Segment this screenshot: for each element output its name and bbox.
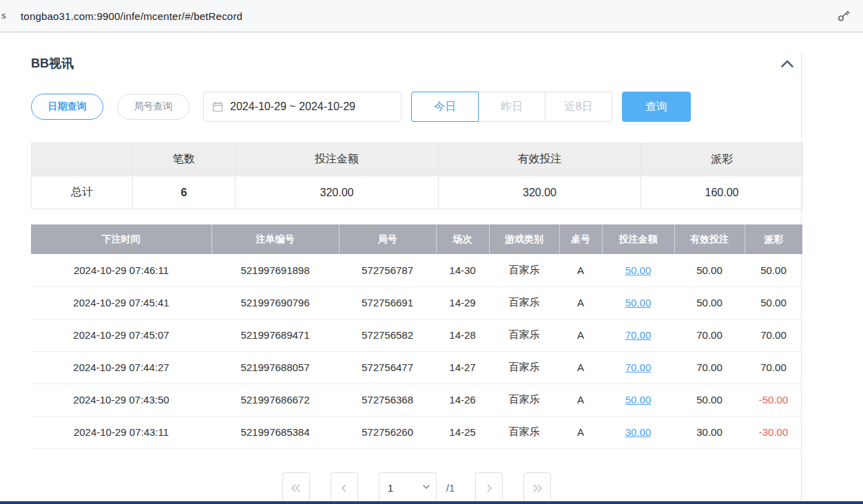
cell-table: A — [559, 319, 602, 351]
cell-session: 14-30 — [436, 254, 489, 286]
table-row: 2024-10-29 07:43:11521997685384572756260… — [31, 416, 802, 448]
cell-bet: 70.00 — [602, 319, 674, 351]
cell-round: 572756477 — [339, 351, 436, 384]
summary-total-bet-amount: 320.00 — [236, 176, 439, 209]
last-8-days-button[interactable]: 近8日 — [545, 92, 612, 122]
search-button[interactable]: 查询 — [622, 92, 691, 122]
pagination: 1 /1 — [31, 472, 802, 504]
cell-game: 百家乐 — [489, 416, 559, 448]
header-game-type: 游戏类别 — [489, 224, 559, 254]
cell-valid: 50.00 — [674, 286, 745, 319]
prev-page-button[interactable] — [331, 472, 358, 504]
header-payout: 派彩 — [745, 224, 802, 254]
date-range-value: 2024-10-29 ~ 2024-10-29 — [230, 101, 355, 113]
summary-table: 笔数 投注金额 有效投注 派彩 总计 6 320.00 320.00 160.0… — [31, 143, 803, 209]
bet-amount-link[interactable]: 50.00 — [625, 264, 652, 276]
summary-header-row: 笔数 投注金额 有效投注 派彩 — [32, 143, 803, 176]
page-title: BB视讯 — [31, 55, 74, 72]
date-query-tab[interactable]: 日期查询 — [31, 94, 103, 120]
url-text[interactable]: tongbao31.com:9900/infe/mcenter/#/betRec… — [21, 10, 242, 22]
collapse-chevron-up-icon[interactable] — [780, 59, 794, 68]
bet-amount-link[interactable]: 50.00 — [625, 297, 652, 308]
cell-bet: 50.00 — [602, 254, 674, 286]
cell-round: 572756787 — [339, 254, 436, 286]
cell-valid: 50.00 — [674, 254, 745, 286]
table-row: 2024-10-29 07:43:50521997686672572756368… — [31, 384, 802, 416]
cell-session: 14-29 — [436, 286, 489, 319]
summary-total-label: 总计 — [32, 176, 133, 209]
cell-table: A — [559, 254, 602, 286]
cell-round: 572756260 — [339, 416, 436, 448]
cell-order: 521997691898 — [211, 254, 339, 286]
summary-header-valid-bet: 有效投注 — [439, 143, 641, 176]
bet-table-body: 2024-10-29 07:46:11521997691898572756787… — [31, 254, 802, 448]
today-button[interactable]: 今日 — [411, 92, 479, 122]
cell-payout: 50.00 — [745, 254, 802, 286]
table-row: 2024-10-29 07:44:27521997688057572756477… — [31, 351, 802, 384]
window-edge-fragment: s — [1, 10, 6, 21]
cell-time: 2024-10-29 07:46:11 — [31, 254, 211, 286]
password-key-icon[interactable] — [837, 9, 852, 23]
summary-total-payout: 160.00 — [641, 176, 803, 209]
cell-order: 521997688057 — [211, 351, 339, 384]
quick-date-group: 今日 昨日 近8日 — [411, 92, 612, 122]
summary-total-count: 6 — [133, 176, 236, 209]
cell-order: 521997686672 — [211, 384, 339, 416]
cell-table: A — [559, 416, 602, 448]
cell-bet: 50.00 — [602, 384, 674, 416]
header-bet-time: 下注时间 — [31, 224, 211, 254]
next-page-button[interactable] — [475, 472, 503, 504]
cell-game: 百家乐 — [489, 286, 559, 319]
table-row: 2024-10-29 07:45:41521997690796572756691… — [31, 286, 802, 319]
last-page-button[interactable] — [523, 472, 551, 504]
cell-session: 14-25 — [436, 416, 489, 448]
yesterday-button[interactable]: 昨日 — [478, 92, 545, 122]
cell-round: 572756691 — [339, 286, 436, 319]
cell-time: 2024-10-29 07:43:50 — [31, 384, 211, 416]
header-round-number: 局号 — [339, 224, 436, 254]
table-header-row: 下注时间 注单编号 局号 场次 游戏类别 桌号 投注金额 有效投注 派彩 — [31, 224, 802, 254]
cell-time: 2024-10-29 07:44:27 — [31, 351, 211, 384]
cell-game: 百家乐 — [489, 254, 559, 286]
date-range-input[interactable]: 2024-10-29 ~ 2024-10-29 — [203, 92, 402, 122]
cell-payout: 50.00 — [745, 286, 802, 319]
cell-table: A — [559, 351, 602, 384]
cell-time: 2024-10-29 07:43:11 — [31, 416, 211, 448]
bet-amount-link[interactable]: 70.00 — [625, 329, 652, 341]
table-row: 2024-10-29 07:45:07521997689471572756582… — [31, 319, 802, 351]
calendar-icon — [212, 101, 223, 112]
cell-bet: 50.00 — [602, 286, 674, 319]
cell-valid: 30.00 — [674, 416, 745, 448]
summary-total-row: 总计 6 320.00 320.00 160.00 — [32, 176, 803, 209]
bet-record-table: 下注时间 注单编号 局号 场次 游戏类别 桌号 投注金额 有效投注 派彩 202… — [31, 224, 802, 449]
cell-time: 2024-10-29 07:45:07 — [31, 319, 211, 351]
cell-game: 百家乐 — [489, 384, 559, 416]
header-valid-bet: 有效投注 — [674, 224, 745, 254]
round-query-tab[interactable]: 局号查询 — [117, 94, 189, 120]
page-select[interactable]: 1 — [379, 472, 437, 504]
page-select-wrap: 1 — [379, 472, 437, 504]
panel-header: BB视讯 — [31, 53, 802, 74]
header-order-number: 注单编号 — [211, 224, 339, 254]
table-row: 2024-10-29 07:46:11521997691898572756787… — [31, 254, 802, 286]
cell-payout: 70.00 — [745, 351, 802, 384]
filter-row: 日期查询 局号查询 2024-10-29 ~ 2024-10-29 今日 昨日 … — [31, 92, 802, 122]
cell-bet: 70.00 — [602, 351, 674, 384]
bet-amount-link[interactable]: 70.00 — [625, 361, 652, 373]
cell-valid: 70.00 — [674, 351, 745, 384]
first-page-button[interactable] — [282, 472, 310, 504]
cell-valid: 50.00 — [674, 384, 745, 416]
cell-table: A — [559, 384, 602, 416]
cell-order: 521997685384 — [211, 416, 339, 448]
bet-amount-link[interactable]: 30.00 — [625, 426, 652, 438]
cell-bet: 30.00 — [602, 416, 674, 448]
cell-round: 572756582 — [339, 319, 436, 351]
cell-table: A — [559, 286, 602, 319]
header-table-number: 桌号 — [559, 224, 602, 254]
summary-header-empty — [32, 143, 133, 176]
cell-game: 百家乐 — [489, 351, 559, 384]
bet-amount-link[interactable]: 50.00 — [625, 394, 652, 406]
summary-total-valid-bet: 320.00 — [439, 176, 641, 209]
header-bet-amount: 投注金额 — [602, 224, 674, 254]
header-session: 场次 — [436, 224, 489, 254]
